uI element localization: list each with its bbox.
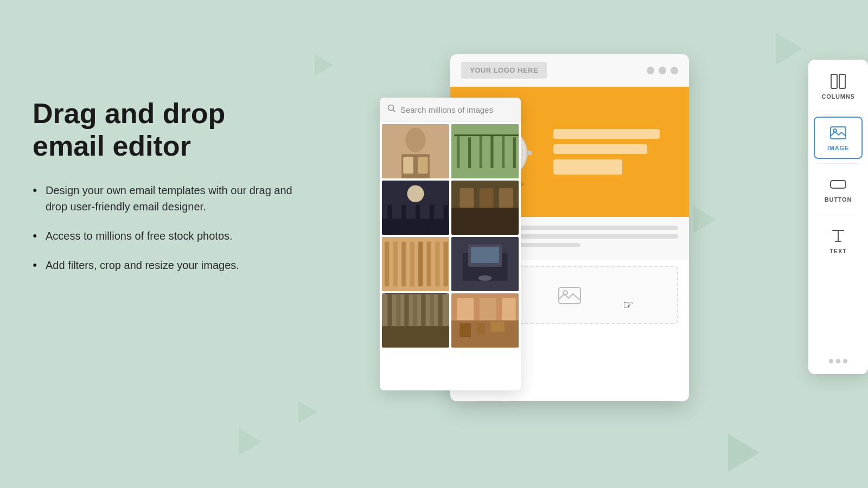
more-dot-3	[843, 359, 847, 363]
svg-rect-81	[831, 181, 846, 188]
tool-columns-label: COLUMNS	[821, 93, 854, 100]
svg-rect-18	[387, 205, 392, 235]
svg-rect-54	[457, 298, 474, 320]
editor-header: YOUR LOGO HERE	[450, 54, 689, 87]
hero-cta-button[interactable]	[553, 159, 622, 175]
bg-triangle-6	[315, 54, 334, 76]
grid-image-7[interactable]	[382, 293, 449, 348]
svg-rect-49	[421, 294, 425, 326]
header-dot-2	[659, 67, 666, 74]
bullet-item-3: Add filters, crop and resize your images…	[33, 257, 304, 273]
bg-triangle-4	[239, 428, 261, 455]
svg-rect-45	[387, 294, 392, 326]
tool-columns[interactable]: COLUMNS	[814, 65, 863, 107]
search-bar[interactable]: Search millions of images	[380, 98, 521, 122]
search-input-text: Search millions of images	[400, 105, 493, 114]
tool-text[interactable]: TEXT	[814, 220, 863, 262]
header-dots	[647, 67, 678, 74]
logo-placeholder: YOUR LOGO HERE	[461, 62, 547, 79]
hero-text-line-1	[553, 129, 660, 139]
feature-list: Design your own email templates with our…	[33, 182, 304, 273]
grid-image-4[interactable]	[451, 181, 519, 235]
header-dot-3	[671, 67, 678, 74]
svg-rect-35	[435, 242, 439, 287]
svg-rect-24	[451, 208, 519, 235]
search-icon	[387, 104, 396, 115]
svg-rect-19	[401, 205, 406, 235]
svg-rect-79	[831, 127, 846, 139]
cursor-hand-icon: ☞	[623, 298, 634, 312]
tool-text-label: TEXT	[829, 248, 846, 254]
svg-rect-77	[831, 74, 837, 88]
button-tool-icon	[829, 176, 847, 193]
svg-rect-74	[526, 151, 532, 155]
svg-rect-27	[499, 188, 513, 208]
mockup-container: Search millions of images	[380, 54, 868, 434]
svg-rect-58	[477, 323, 486, 335]
svg-rect-7	[451, 124, 519, 178]
drop-zone-image-icon	[558, 283, 582, 307]
bullet-item-1: Design your own email templates with our…	[33, 182, 304, 215]
bg-triangle-3	[298, 401, 317, 423]
svg-rect-30	[393, 242, 398, 287]
svg-rect-11	[490, 136, 493, 168]
svg-point-41	[478, 275, 492, 281]
svg-rect-34	[427, 242, 431, 287]
tool-button-label: BUTTON	[825, 196, 852, 203]
tool-divider-1	[818, 112, 859, 112]
svg-rect-48	[413, 294, 417, 326]
image-grid	[380, 122, 521, 350]
svg-rect-22	[444, 205, 448, 235]
more-dot-2	[836, 359, 840, 363]
svg-rect-33	[418, 242, 423, 287]
columns-icon	[829, 73, 847, 90]
svg-rect-14	[454, 134, 519, 136]
svg-rect-44	[385, 293, 446, 294]
hero-text-blocks	[542, 129, 678, 175]
svg-rect-59	[490, 322, 505, 332]
svg-line-1	[393, 110, 395, 112]
tool-divider-2	[818, 163, 859, 164]
text-tool-icon	[829, 227, 847, 245]
grid-image-3[interactable]	[382, 181, 449, 235]
svg-rect-57	[460, 323, 471, 337]
tool-button[interactable]: BUTTON	[814, 168, 863, 210]
grid-image-5[interactable]	[382, 237, 449, 291]
svg-rect-78	[839, 74, 845, 88]
svg-rect-50	[430, 294, 434, 326]
svg-rect-21	[430, 205, 434, 235]
svg-rect-13	[513, 137, 516, 168]
svg-rect-26	[480, 188, 494, 208]
image-tool-icon	[829, 124, 847, 142]
svg-rect-51	[438, 294, 442, 326]
svg-rect-47	[404, 294, 409, 326]
grid-image-1[interactable]	[382, 124, 449, 178]
svg-rect-20	[416, 205, 420, 235]
tool-image[interactable]: IMAGE	[814, 117, 863, 159]
svg-rect-43	[382, 326, 449, 348]
svg-rect-32	[410, 242, 414, 287]
tool-more-dots	[829, 359, 847, 363]
svg-rect-36	[444, 242, 448, 287]
grid-image-6[interactable]	[451, 237, 519, 291]
svg-point-3	[405, 128, 425, 152]
bullet-item-2: Access to millions of free stock photos.	[33, 228, 304, 244]
hero-text-line-2	[553, 144, 647, 154]
svg-rect-12	[502, 134, 505, 168]
svg-rect-5	[403, 157, 413, 174]
grid-image-8[interactable]	[451, 293, 519, 348]
svg-point-17	[407, 185, 424, 202]
left-content: Drag and drop email editor Design your o…	[33, 98, 304, 286]
svg-rect-55	[480, 298, 496, 320]
more-dot-1	[829, 359, 833, 363]
grid-image-2[interactable]	[451, 124, 519, 178]
tools-panel: COLUMNS IMAGE BUTTON	[808, 60, 868, 374]
svg-rect-25	[460, 188, 474, 208]
bg-triangle-5	[728, 434, 760, 472]
svg-rect-46	[396, 294, 400, 326]
svg-rect-9	[468, 137, 471, 168]
svg-rect-10	[480, 134, 482, 168]
search-panel: Search millions of images	[380, 98, 521, 390]
svg-rect-29	[385, 242, 389, 287]
svg-rect-31	[401, 242, 406, 287]
